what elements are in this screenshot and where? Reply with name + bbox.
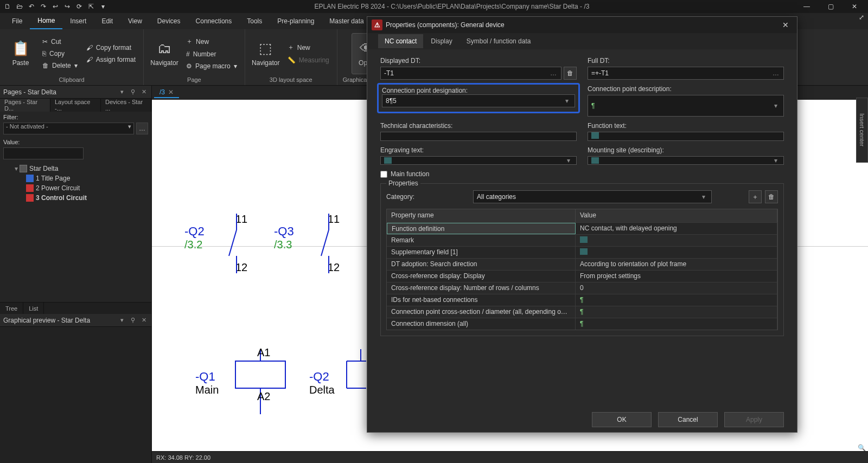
close-panel-icon[interactable]: ✕ [139,88,148,97]
menu-devices[interactable]: Devices [150,13,188,29]
chevron-down-icon[interactable]: ▾ [564,157,573,164]
tab-tree[interactable]: Tree [0,303,23,314]
qat-dropdown-icon[interactable]: ▾ [98,1,108,12]
contact-q3[interactable]: -Q3 /3.3 [274,224,294,251]
delete-dt-button[interactable]: 🗑 [564,67,577,80]
pin-icon[interactable]: ⚲ [129,316,137,325]
property-value-cell[interactable]: 0 [576,282,777,294]
assign-format-button[interactable]: 🖌Assign format [84,55,138,65]
tab-display[interactable]: Display [424,34,458,48]
menu-view[interactable]: View [120,13,150,29]
export-icon[interactable]: ⇱ [86,1,97,12]
collapse-icon[interactable]: ▾ [13,165,20,172]
number-button[interactable]: #Number [184,49,239,59]
copy-format-button[interactable]: 🖌Copy format [84,43,138,53]
table-row[interactable]: Supplementary field [1] [387,246,777,258]
tab-pages[interactable]: Pages - Star D... [0,99,50,112]
open-icon[interactable]: 🗁 [14,1,25,12]
page-navigator-button[interactable]: 🗂 Navigator [149,33,180,74]
close-tab-icon[interactable]: ✕ [168,88,174,96]
new-page-button[interactable]: ＋New [184,36,239,47]
ok-button[interactable]: OK [592,412,652,427]
property-value-cell[interactable]: NC contact, with delayed opening [576,223,777,234]
insert-center-panel[interactable]: Insert center [856,98,868,163]
minimize-button[interactable]: — [795,0,818,13]
table-row[interactable]: Cross-reference display: DisplayFrom pro… [387,270,777,282]
menu-edit[interactable]: Edit [94,13,120,29]
add-property-button[interactable]: ＋ [749,190,762,203]
undo-icon[interactable]: ↶ [26,1,37,12]
chevron-down-icon[interactable]: ▾ [563,97,571,105]
dropdown-icon[interactable]: ▾ [118,88,126,97]
menu-tools[interactable]: Tools [239,13,270,29]
coil-q1[interactable]: -Q1 Main [195,370,219,396]
menu-home[interactable]: Home [30,13,62,29]
tab-symbol-function[interactable]: Symbol / function data [460,34,538,48]
tree-page-1[interactable]: 1 Title Page [0,173,151,183]
col-property-name[interactable]: Property name [387,209,576,222]
delete-property-button[interactable]: 🗑 [765,190,778,203]
close-panel-icon[interactable]: ✕ [139,316,148,325]
dropdown-icon[interactable]: ▾ [118,316,126,325]
tab-nc-contact[interactable]: NC contact [378,34,423,48]
table-row[interactable]: Connection point cross-section / diamete… [387,306,777,318]
page-macro-button[interactable]: ⚙Page macro ▾ [184,61,239,71]
paste-button[interactable]: 📋 Paste [5,33,36,74]
chevron-down-icon[interactable]: ▾ [771,102,780,110]
value-input[interactable] [3,147,84,159]
close-button[interactable]: ✕ [843,0,866,13]
tree-page-2[interactable]: 2 Power Circuit [0,183,151,193]
property-value-cell[interactable]: From project settings [576,271,777,282]
tree-page-3[interactable]: 3 Control Circuit [0,193,151,203]
col-value[interactable]: Value [576,209,777,222]
property-value-cell[interactable] [576,247,777,258]
menu-connections[interactable]: Connections [188,13,240,29]
table-row[interactable]: DT adoption: Search directionAccording t… [387,258,777,270]
func-text-input[interactable] [588,132,784,141]
tree-project[interactable]: ▾Star Delta [0,164,151,173]
redo-icon[interactable]: ↷ [38,1,49,12]
tab-devices[interactable]: Devices - Star ... [101,99,151,112]
menu-masterdata[interactable]: Master data [322,13,371,29]
table-row[interactable]: Cross-reference display: Number of rows … [387,282,777,294]
maximize-button[interactable]: ▢ [819,0,842,13]
refresh-icon[interactable]: ⟳ [74,1,85,12]
tab-layout[interactable]: Layout space -... [50,99,101,112]
property-value-cell[interactable]: ¶ [576,318,777,330]
conn-description-input[interactable]: ¶▾ [588,95,784,117]
property-value-cell[interactable]: ¶ [576,306,777,318]
coil-q2[interactable]: -Q2 Delta [309,370,335,396]
new-icon[interactable]: 🗋 [2,1,13,12]
cut-button[interactable]: ✂Cut [40,37,80,47]
menu-insert[interactable]: Insert [62,13,94,29]
ellipsis-icon[interactable]: … [549,69,558,77]
tech-char-input[interactable] [380,132,577,141]
menu-preplanning[interactable]: Pre-planning [270,13,322,29]
copy-button[interactable]: ⎘Copy [40,49,80,59]
collapse-ribbon-icon[interactable]: ⤢ [857,13,866,22]
delete-button[interactable]: 🗑Delete ▾ [40,61,80,70]
displayed-dt-input[interactable]: -T1… [380,67,561,80]
contact-q2[interactable]: -Q2 /3.2 [184,224,205,251]
filter-more-button[interactable]: … [136,123,148,134]
property-value-cell[interactable]: ¶ [576,294,777,306]
mounting-input[interactable]: ▾ [588,156,784,165]
chevron-down-icon[interactable]: ▾ [699,193,708,201]
table-row[interactable]: IDs for net-based connections¶ [387,294,777,306]
table-row[interactable]: Remark [387,234,777,246]
chevron-down-icon[interactable]: ▾ [771,157,780,164]
full-dt-input[interactable]: =+-T1… [588,67,784,80]
tab-list[interactable]: List [23,303,44,314]
category-select[interactable]: All categories▾ [473,190,712,203]
doc-tab-3[interactable]: /3 ✕ [154,87,179,98]
dialog-close-button[interactable]: ✕ [778,18,793,32]
table-row[interactable]: Connection dimension (all)¶ [387,318,777,330]
search-icon[interactable]: 🔍 [857,443,866,452]
main-function-checkbox[interactable] [380,171,387,178]
filter-select[interactable]: - Not activated -▾ [3,123,134,134]
layout-navigator-button[interactable]: ⬚ Navigator [251,33,281,74]
cancel-button[interactable]: Cancel [658,412,718,427]
table-row[interactable]: Function definitionNC contact, with dela… [387,222,777,234]
conn-designation-input[interactable]: 8¶5▾ [382,94,575,107]
pin-icon[interactable]: ⚲ [129,88,137,97]
